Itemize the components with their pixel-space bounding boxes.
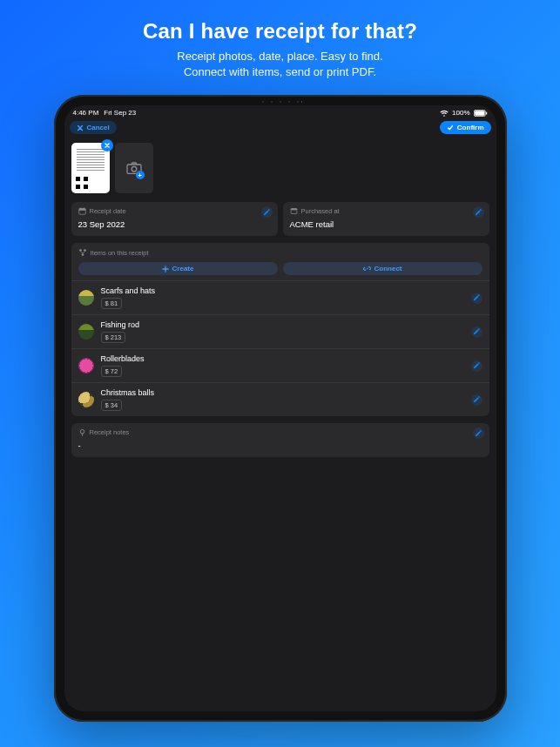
- promo-title: Can I have receipt for that?: [35, 19, 525, 44]
- svg-rect-1: [475, 111, 484, 116]
- items-label: Items on this receipt: [91, 249, 149, 257]
- item-thumbnail: [78, 358, 94, 374]
- notes-label: Receipt notes: [90, 428, 130, 436]
- edit-item-button[interactable]: [471, 394, 482, 406]
- add-photo-button[interactable]: +: [115, 143, 153, 193]
- edit-item-button[interactable]: [471, 326, 482, 338]
- item-name: Fishing rod: [101, 320, 464, 329]
- status-date: Fri Sep 23: [104, 109, 136, 117]
- date-label: Receipt date: [90, 207, 126, 215]
- items-icon: [78, 248, 87, 257]
- items-section: Items on this receipt Create Connect: [71, 243, 489, 416]
- svg-rect-2: [486, 111, 487, 114]
- edit-place-button[interactable]: [473, 206, 484, 218]
- promo-header: Can I have receipt for that? Receipt pho…: [0, 0, 560, 91]
- edit-item-button[interactable]: [471, 360, 482, 372]
- notes-value: -: [78, 441, 482, 450]
- calendar-icon: [78, 207, 86, 215]
- item-name: Scarfs and hats: [101, 286, 464, 295]
- svg-point-9: [84, 249, 86, 252]
- receipt-date-card: Receipt date 23 Sep 2022: [71, 202, 278, 236]
- qr-icon: [76, 177, 88, 189]
- connect-item-button[interactable]: Connect: [283, 262, 482, 275]
- notes-card: Receipt notes -: [71, 423, 489, 457]
- item-price: $ 81: [101, 298, 123, 309]
- battery-icon: [474, 110, 488, 117]
- cancel-label: Cancel: [87, 124, 110, 131]
- svg-point-11: [80, 430, 84, 434]
- svg-point-8: [79, 249, 82, 252]
- store-icon: [290, 207, 298, 215]
- svg-point-4: [132, 166, 137, 172]
- check-icon: [447, 124, 454, 131]
- confirm-label: Confirm: [457, 124, 484, 131]
- receipt-thumbnail[interactable]: [71, 143, 110, 193]
- remove-photo-button[interactable]: [101, 139, 113, 151]
- status-bar: 4:46 PM Fri Sep 23 100%: [64, 105, 496, 118]
- cancel-button[interactable]: Cancel: [70, 121, 117, 134]
- edit-date-button[interactable]: [261, 206, 273, 218]
- edit-notes-button[interactable]: [473, 427, 484, 439]
- confirm-button[interactable]: Confirm: [440, 121, 491, 134]
- item-thumbnail: [78, 392, 94, 407]
- item-thumbnail: [78, 324, 94, 340]
- item-price: $ 72: [101, 366, 123, 377]
- purchased-at-card: Purchased at ACME retail: [283, 202, 489, 236]
- svg-rect-6: [78, 209, 85, 211]
- close-icon: [77, 124, 84, 131]
- item-row[interactable]: Fishing rod $ 213: [71, 314, 489, 348]
- wifi-icon: [440, 110, 449, 117]
- svg-rect-7: [291, 210, 297, 214]
- item-name: Rollerblades: [101, 354, 464, 363]
- nav-bar: Cancel Confirm: [64, 118, 496, 139]
- tablet-frame: 4:46 PM Fri Sep 23 100% Cancel: [54, 95, 507, 722]
- item-row[interactable]: Scarfs and hats $ 81: [71, 280, 489, 314]
- photo-row: +: [71, 143, 489, 193]
- date-value: 23 Sep 2022: [78, 219, 271, 229]
- content-scroll[interactable]: + Receipt date 23 Sep 2022: [64, 139, 496, 711]
- item-row[interactable]: Rollerblades $ 72: [71, 348, 489, 382]
- item-row[interactable]: Christmas balls $ 34: [71, 382, 489, 416]
- app-screen: 4:46 PM Fri Sep 23 100% Cancel: [64, 105, 496, 711]
- item-price: $ 34: [101, 400, 123, 411]
- plus-icon: +: [136, 171, 145, 179]
- place-label: Purchased at: [301, 207, 340, 215]
- battery-percent: 100%: [452, 109, 469, 117]
- bulb-icon: [78, 428, 86, 436]
- status-time: 4:46 PM: [73, 109, 99, 117]
- item-name: Christmas balls: [101, 388, 464, 397]
- place-value: ACME retail: [290, 219, 482, 229]
- item-thumbnail: [78, 290, 94, 306]
- create-item-button[interactable]: Create: [78, 262, 278, 275]
- plus-icon: [162, 266, 169, 273]
- edit-item-button[interactable]: [471, 293, 482, 304]
- link-icon: [363, 265, 371, 273]
- promo-subtitle: Receipt photos, date, place. Easy to fin…: [35, 49, 525, 79]
- item-price: $ 213: [101, 332, 126, 343]
